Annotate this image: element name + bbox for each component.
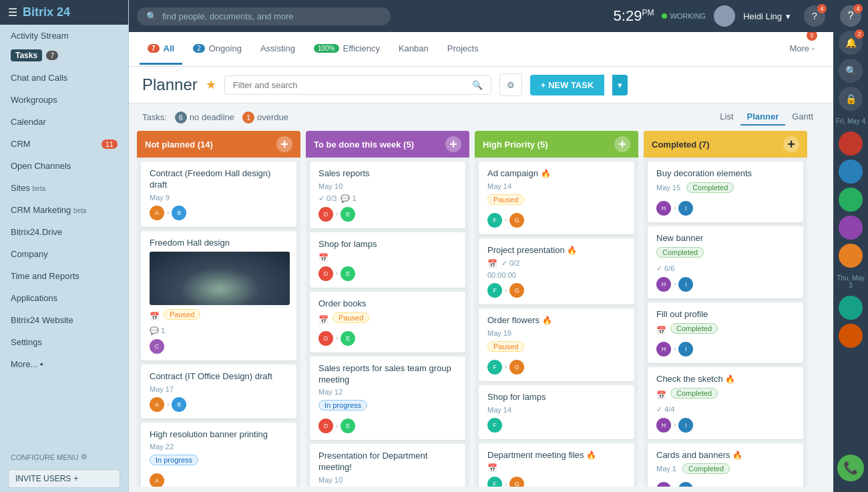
notification-badge: 4	[817, 4, 827, 13]
tab-assisting[interactable]: Assisting	[252, 34, 303, 65]
search-input[interactable]	[162, 11, 381, 21]
card-ad-campaign[interactable]: Ad campaign 🔥 May 14 Paused F › G	[479, 162, 634, 234]
contact-avatar-5[interactable]	[839, 244, 863, 268]
card-buy-decoration[interactable]: Buy decoration elements May 15 Completed…	[648, 162, 803, 222]
card-fill-profile[interactable]: Fill out profile 📅 Completed H › I	[648, 302, 803, 363]
avatar: I	[678, 482, 693, 487]
col-not-planned-add[interactable]: +	[276, 136, 292, 152]
col-this-week-cards: Sales reports May 10 ✓ 0/3 💬 1 D › E	[306, 158, 469, 487]
avatar: F	[487, 418, 502, 433]
sidebar-item-workgroups[interactable]: Workgroups	[0, 89, 128, 111]
card-project-presentation[interactable]: Project presentation 🔥 📅 ✓ 0/2 00:00:00 …	[479, 238, 634, 304]
star-icon[interactable]: ★	[206, 77, 216, 92]
lock-icon[interactable]: 🔒	[839, 87, 863, 111]
avatar: F	[487, 283, 502, 298]
tab-more[interactable]: 5 More -	[781, 34, 823, 65]
status-dot	[662, 13, 667, 19]
card-sales-reports[interactable]: Sales reports May 10 ✓ 0/3 💬 1 D › E	[310, 162, 465, 228]
tab-ongoing[interactable]: 2 Ongoing	[185, 34, 250, 65]
avatar: A	[150, 397, 164, 412]
card-presentation-dept[interactable]: Presentation for Department meeting! May…	[310, 444, 465, 487]
avatar: D	[318, 419, 333, 433]
new-task-button[interactable]: + NEW TASK	[530, 75, 605, 95]
brand-logo[interactable]: Bitrix 24	[23, 5, 70, 19]
col-high-priority-header: High Priority (5) +	[475, 131, 638, 158]
card-contract-it[interactable]: Contract (IT Office Design) draft May 17…	[141, 364, 296, 419]
card-shop-lamps-priority[interactable]: Shop for lamps May 14 F	[479, 385, 634, 439]
col-not-planned: Not planned (14) + Contract (Freedom Hal…	[137, 131, 300, 487]
date-thu: Thu, May 3	[833, 272, 868, 292]
card-cards-banners[interactable]: Cards and banners 🔥 May 1 Completed H › …	[648, 443, 803, 487]
card-banner-printing[interactable]: High resolution banner printing May 22 I…	[141, 423, 296, 487]
contact-avatar-4[interactable]	[839, 216, 863, 240]
settings-button[interactable]: ⚙	[499, 73, 522, 96]
col-completed-add[interactable]: +	[783, 136, 799, 152]
phone-button[interactable]: 📞	[837, 455, 864, 481]
sidebar-item-activity[interactable]: Activity Stream	[0, 25, 128, 47]
card-image	[150, 252, 290, 305]
sidebar-item-company[interactable]: Company	[0, 243, 128, 265]
card-check-sketch[interactable]: Check the sketch 🔥 📅 Completed ✓ 4/4 H ›…	[648, 367, 803, 439]
sidebar-item-open-channels[interactable]: Open Channels	[0, 155, 128, 177]
sidebar-item-applications[interactable]: Applications	[0, 287, 128, 309]
search-icon-right[interactable]: 🔍	[839, 59, 863, 83]
sidebar-item-website[interactable]: Bitrix24 Website	[0, 309, 128, 331]
new-task-dropdown[interactable]: ▾	[612, 75, 628, 95]
invite-users-button[interactable]: INVITE USERS +	[8, 469, 120, 488]
sidebar-item-calendar[interactable]: Calendar	[0, 111, 128, 133]
gear-icon: ⚙	[81, 453, 87, 461]
contact-avatar-6[interactable]	[839, 296, 863, 320]
sidebar-item-time-reports[interactable]: Time and Reports	[0, 265, 128, 287]
card-order-books[interactable]: Order books 📅 Paused D › E	[310, 292, 465, 352]
contact-avatar-1[interactable]	[839, 132, 863, 156]
sidebar-item-settings[interactable]: Settings	[0, 331, 128, 353]
user-avatar[interactable]	[714, 5, 735, 27]
contact-avatar-3[interactable]	[839, 188, 863, 212]
card-new-banner[interactable]: New banner Completed ✓ 6/6 H › I	[648, 226, 803, 298]
configure-menu[interactable]: CONFIGURE MENU ⚙	[0, 449, 128, 465]
kanban-board: Not planned (14) + Contract (Freedom Hal…	[129, 131, 833, 492]
tab-kanban[interactable]: Kanban	[391, 34, 437, 65]
card-dept-meeting-files[interactable]: Department meeting files 🔥 📅 F › G	[479, 443, 634, 487]
bell-icon[interactable]: 🔔 2	[839, 31, 863, 55]
view-gantt[interactable]: Gantt	[785, 109, 820, 126]
tab-projects[interactable]: Projects	[439, 34, 487, 65]
user-info[interactable]: Heidi Ling ▾	[743, 11, 791, 21]
question-icon[interactable]: ? 4	[804, 5, 825, 27]
search-box[interactable]: 🔍	[137, 7, 391, 25]
sidebar-item-sites[interactable]: Sites beta	[0, 177, 128, 199]
sidebar-item-more[interactable]: More... ▪	[0, 353, 128, 375]
tab-efficiency[interactable]: 100% Efficiency	[306, 34, 388, 65]
card-order-flowers[interactable]: Order flowers 🔥 May 18 Paused F › G	[479, 308, 634, 381]
col-this-week-header: To be done this week (5) +	[306, 131, 469, 158]
view-planner[interactable]: Planner	[740, 109, 786, 126]
avatar: G	[509, 360, 524, 375]
planner-title: Planner	[142, 75, 198, 94]
tab-all[interactable]: 7 All	[140, 34, 182, 65]
col-high-priority-add[interactable]: +	[614, 136, 630, 152]
main-area: 🔍 5:29PM WORKING Heidi Ling ▾ ? 4 7 Al	[129, 0, 833, 492]
sidebar-item-crm-marketing[interactable]: CRM Marketing beta	[0, 199, 128, 221]
brand-name: Bitrix	[23, 5, 53, 19]
sidebar-item-chat[interactable]: Chat and Calls	[0, 67, 128, 89]
card-freedom-hall[interactable]: Freedom Hall design 📅 Paused 💬 1 C	[141, 231, 296, 360]
card-contract-freedom[interactable]: Contract (Freedom Hall design) draft May…	[141, 162, 296, 227]
contact-avatar-7[interactable]	[839, 324, 863, 348]
col-this-week-add[interactable]: +	[445, 136, 461, 152]
view-list[interactable]: List	[713, 109, 740, 126]
sidebar-item-crm[interactable]: CRM 11	[0, 133, 128, 155]
col-this-week: To be done this week (5) + Sales reports…	[306, 131, 469, 487]
question-button[interactable]: ? 4	[840, 5, 861, 27]
avatar: I	[678, 201, 693, 216]
sidebar-item-drive[interactable]: Bitrix24.Drive	[0, 221, 128, 243]
card-sales-reports-meeting[interactable]: Sales reports for sales team group meeti…	[310, 356, 465, 441]
calendar-icon: 📅	[487, 463, 497, 473]
card-shop-lamps-week[interactable]: Shop for lamps 📅 D › E	[310, 232, 465, 288]
filter-input[interactable]	[233, 80, 467, 90]
sidebar-item-tasks[interactable]: Tasks 7	[0, 47, 128, 67]
filter-search[interactable]: 🔍	[224, 75, 491, 95]
menu-icon[interactable]: ☰	[8, 6, 17, 19]
avatar: D	[318, 331, 333, 346]
task-tabs: 7 All 2 Ongoing Assisting 100% Efficienc…	[129, 32, 833, 67]
contact-avatar-2[interactable]	[839, 160, 863, 184]
